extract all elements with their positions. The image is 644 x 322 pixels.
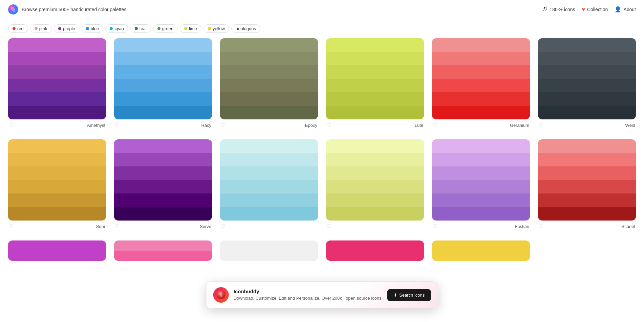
palette-card[interactable] — [326, 38, 424, 119]
nav-about[interactable]: 👤 About — [615, 6, 636, 13]
favorite-button[interactable]: ♡ — [221, 223, 226, 230]
palette-grid: ♡ Amethyst ♡ Racy ♡ Epoxy — [0, 38, 644, 277]
favorite-button[interactable]: ♡ — [221, 122, 226, 129]
palette-name: Serve — [200, 224, 211, 229]
palette-name: Scarlet — [622, 224, 635, 229]
palette-unnamed-cyan: ♡ — [220, 139, 318, 232]
palette-row3-1 — [8, 240, 106, 261]
filter-purple[interactable]: purple — [54, 24, 80, 33]
red-dot — [13, 27, 16, 30]
palette-row3-3 — [220, 240, 318, 261]
palette-name: Epoxy — [305, 123, 317, 128]
palette-geranium: ♡ Geranium — [432, 38, 530, 131]
favorite-button[interactable]: ♡ — [9, 223, 14, 230]
filter-bar: red pink purple blue cyan teal green lim… — [0, 19, 644, 38]
palette-card[interactable] — [326, 240, 424, 261]
filter-red[interactable]: red — [8, 24, 28, 33]
palette-card[interactable] — [114, 139, 212, 221]
filter-blue[interactable]: blue — [82, 24, 104, 33]
lime-dot — [184, 27, 187, 30]
palette-footer: ♡ Lute — [326, 119, 424, 131]
palette-name: Sour — [96, 224, 105, 229]
palette-footer: ♡ Geranium — [432, 119, 530, 131]
favorite-button[interactable]: ♡ — [327, 122, 331, 129]
palette-card[interactable] — [114, 240, 212, 261]
palette-scarlet: ♡ Scarlet — [538, 139, 636, 232]
blue-dot — [86, 27, 89, 30]
logo-icon — [8, 4, 18, 15]
favorite-button[interactable]: ♡ — [433, 223, 437, 230]
palette-card[interactable] — [432, 240, 530, 261]
filter-teal[interactable]: teal — [130, 24, 151, 33]
palette-name: Geranium — [510, 123, 529, 128]
palette-footer: ♡ Racy — [114, 119, 212, 131]
palette-card[interactable] — [220, 240, 318, 261]
palette-amethyst: ♡ Amethyst — [8, 38, 106, 131]
palette-row3-2 — [114, 240, 212, 261]
user-icon: 👤 — [615, 6, 621, 13]
palette-fustian: ♡ Fustian — [432, 139, 530, 232]
palette-card[interactable] — [114, 38, 212, 119]
favorite-button[interactable]: ♡ — [433, 122, 437, 129]
header: Browse premium 500+ handcurated color pa… — [0, 0, 644, 19]
palette-name: Fustian — [515, 224, 529, 229]
palette-card[interactable] — [538, 38, 636, 119]
filter-green[interactable]: green — [153, 24, 178, 33]
palette-footer: ♡ Amethyst — [8, 119, 106, 131]
palette-name: Weld — [625, 123, 635, 128]
palette-name: Lute — [415, 123, 423, 128]
palette-sour: ♡ Sour — [8, 139, 106, 232]
filter-lime[interactable]: lime — [180, 24, 201, 33]
pink-dot — [35, 27, 38, 30]
favorite-button[interactable]: ♡ — [115, 223, 120, 230]
palette-card[interactable] — [8, 240, 106, 261]
heart-icon: ♥ — [582, 6, 585, 13]
cyan-dot — [110, 27, 113, 30]
palette-weld: ♡ Weld — [538, 38, 636, 131]
palette-row3-4 — [326, 240, 424, 261]
purple-dot — [58, 27, 61, 30]
palette-card[interactable] — [8, 38, 106, 119]
icons-icon: ⏱ — [542, 6, 548, 13]
palette-footer: ♡ Scarlet — [538, 221, 636, 232]
palette-footer: ♡ Weld — [538, 119, 636, 131]
palette-footer: ♡ Fustian — [432, 221, 530, 232]
favorite-button[interactable]: ♡ — [539, 223, 543, 230]
nav-collection[interactable]: ♥ Collection — [582, 6, 608, 13]
palette-card[interactable] — [538, 139, 636, 221]
palette-row3-5 — [432, 240, 530, 261]
palette-unnamed-lime: ♡ — [326, 139, 424, 232]
yellow-dot — [208, 27, 211, 30]
palette-epoxy: ♡ Epoxy — [220, 38, 318, 131]
favorite-button[interactable]: ♡ — [115, 122, 120, 129]
palette-footer: ♡ Sour — [8, 221, 106, 232]
palette-footer: ♡ Serve — [114, 221, 212, 232]
filter-yellow[interactable]: yellow — [203, 24, 229, 33]
palette-footer: ♡ — [326, 221, 424, 232]
favorite-button[interactable]: ♡ — [539, 122, 543, 129]
teal-dot — [135, 27, 138, 30]
header-right: ⏱ 180k+ icons ♥ Collection 👤 About — [542, 6, 636, 13]
palette-name: Amethyst — [87, 123, 105, 128]
palette-footer: ♡ Epoxy — [220, 119, 318, 131]
favorite-button[interactable]: ♡ — [327, 223, 331, 230]
header-title: Browse premium 500+ handcurated color pa… — [22, 7, 126, 12]
palette-footer: ♡ — [220, 221, 318, 232]
palette-card[interactable] — [432, 38, 530, 119]
filter-analogous[interactable]: analogous — [231, 24, 260, 33]
favorite-button[interactable]: ♡ — [9, 122, 14, 129]
green-dot — [157, 27, 160, 30]
palette-lute: ♡ Lute — [326, 38, 424, 131]
palette-card[interactable] — [326, 139, 424, 221]
nav-icons[interactable]: ⏱ 180k+ icons — [542, 6, 575, 13]
palette-card[interactable] — [432, 139, 530, 221]
palette-card[interactable] — [8, 139, 106, 221]
palette-name: Racy — [201, 123, 211, 128]
palette-serve: ♡ Serve — [114, 139, 212, 232]
palette-card[interactable] — [220, 38, 318, 119]
header-left: Browse premium 500+ handcurated color pa… — [8, 4, 126, 15]
palette-card[interactable] — [220, 139, 318, 221]
filter-cyan[interactable]: cyan — [105, 24, 128, 33]
palette-racy: ♡ Racy — [114, 38, 212, 131]
filter-pink[interactable]: pink — [30, 24, 52, 33]
